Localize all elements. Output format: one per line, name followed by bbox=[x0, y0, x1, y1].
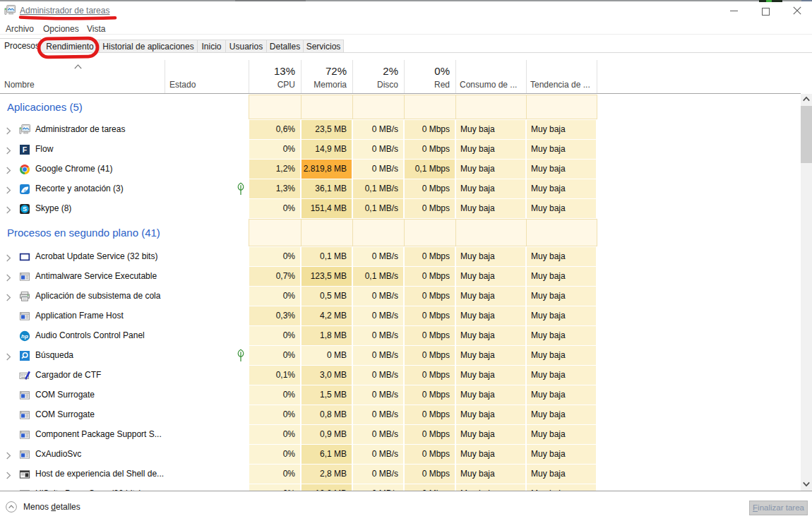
svg-text:S: S bbox=[23, 205, 27, 212]
svg-text:F: F bbox=[23, 145, 28, 154]
svg-text:hp: hp bbox=[21, 333, 28, 340]
